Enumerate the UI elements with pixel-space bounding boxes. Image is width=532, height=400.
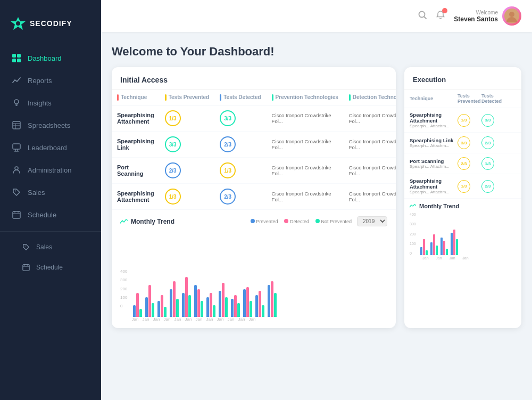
x-label: Jan bbox=[195, 317, 203, 322]
exec-table-header: Technique Tests Prevented Tests Detected bbox=[404, 89, 521, 108]
sidebar-sub-sales-label: Sales bbox=[36, 243, 52, 251]
user-info: Welcome Steven Santos bbox=[454, 10, 498, 23]
chart-legend: Prevented Detected Not Prevented bbox=[251, 219, 352, 224]
main-content: Welcome Steven Santos Welcome to Your Da… bbox=[101, 0, 532, 400]
execution-table: Technique Tests Prevented Tests Detected… bbox=[404, 89, 521, 199]
sidebar-label-spreadsheets: Spreadsheets bbox=[28, 121, 70, 129]
sidebar-label-administration: Administration bbox=[28, 166, 71, 174]
x-label: Jan bbox=[142, 317, 150, 322]
bar-group bbox=[255, 291, 264, 317]
sidebar-sub-sales[interactable]: Sales bbox=[0, 237, 101, 257]
x-label: Jan bbox=[227, 317, 235, 322]
dashboard-content: Welcome to Your Dashboard! Initial Acces… bbox=[101, 32, 532, 400]
monitor-icon bbox=[12, 143, 21, 152]
col-prevented: Tests Prevented bbox=[160, 90, 215, 105]
user-profile[interactable]: Welcome Steven Santos bbox=[454, 6, 521, 26]
notification-bell[interactable] bbox=[436, 10, 445, 22]
svg-point-29 bbox=[509, 12, 514, 17]
execution-title: Execution bbox=[404, 67, 521, 89]
dashboard-title: Welcome to Your Dashboard! bbox=[112, 45, 521, 59]
col-det-tech: Detection Technologies bbox=[344, 90, 396, 105]
table-row: Spearphising Link 3/3 2/3 Cisco Ironport… bbox=[112, 132, 396, 158]
welcome-text: Welcome bbox=[454, 10, 498, 15]
col-technique: Technique bbox=[112, 90, 160, 105]
user-icon bbox=[12, 165, 21, 175]
x-label: Jan bbox=[173, 317, 182, 322]
bar-group bbox=[231, 295, 240, 317]
sidebar-item-dashboard[interactable]: Dashboard bbox=[0, 47, 101, 69]
sidebar-sub-schedule[interactable]: Schedule bbox=[0, 257, 101, 277]
x-label: Jan bbox=[131, 317, 139, 322]
tag-icon bbox=[12, 187, 21, 197]
chart-area: 4003002001000 JanJanJanJanJanJanJanJanJa… bbox=[120, 231, 387, 322]
monthly-trend-chart: Monthly Trend Prevented Detected Not Pre… bbox=[112, 210, 396, 328]
logo: SECODIFY bbox=[0, 11, 101, 47]
sidebar-label-dashboard: Dashboard bbox=[28, 54, 62, 62]
svg-rect-3 bbox=[17, 54, 21, 58]
svg-line-27 bbox=[425, 17, 427, 19]
search-icon[interactable] bbox=[418, 10, 427, 22]
exec-table-row: Spearphising Attachment Spearph... Attac… bbox=[404, 108, 521, 133]
x-label: Jan bbox=[152, 317, 161, 322]
sidebar-item-sales[interactable]: Sales bbox=[0, 181, 101, 203]
notification-badge bbox=[442, 8, 447, 13]
svg-point-15 bbox=[15, 167, 18, 170]
table-row: Spearphising Attachment 1/3 3/3 Cisco Ir… bbox=[112, 105, 396, 132]
exec-table-row: Spearphising Link Spearph... Attachm... … bbox=[404, 133, 521, 153]
bar-group bbox=[268, 281, 277, 317]
cards-row: Initial Access Technique Tests Prevented… bbox=[112, 67, 521, 328]
user-avatar bbox=[502, 6, 521, 26]
bar-group bbox=[145, 285, 154, 317]
exec-table-row: Spearphising Attachment Spearph... Attac… bbox=[404, 174, 521, 199]
svg-rect-11 bbox=[13, 144, 20, 149]
sidebar-item-insights[interactable]: Insights bbox=[0, 92, 101, 114]
sidebar-item-administration[interactable]: Administration bbox=[0, 159, 101, 181]
svg-rect-22 bbox=[23, 265, 29, 271]
tag-sub-icon bbox=[21, 242, 31, 252]
bar-group bbox=[194, 285, 203, 317]
sec-bar-group bbox=[420, 239, 428, 255]
svg-point-1 bbox=[16, 21, 20, 26]
x-label: Jan bbox=[184, 317, 193, 322]
initial-access-card: Initial Access Technique Tests Prevented… bbox=[112, 67, 396, 328]
svg-point-6 bbox=[14, 100, 19, 104]
year-select[interactable]: 2019 2020 2021 bbox=[357, 216, 387, 226]
x-label: Jan bbox=[205, 317, 214, 322]
calendar-sub-icon bbox=[21, 263, 31, 272]
chart-title: Monthly Trend bbox=[120, 218, 174, 225]
bar-group bbox=[219, 283, 228, 317]
x-label: Jan bbox=[216, 317, 225, 322]
initial-access-title: Initial Access bbox=[112, 67, 396, 90]
bar-group bbox=[170, 281, 179, 317]
x-label: Jan bbox=[163, 317, 171, 322]
sidebar-item-leaderboard[interactable]: Leaderboard bbox=[0, 136, 101, 159]
user-name: Steven Santos bbox=[454, 15, 498, 23]
sidebar-label-leaderboard: Leaderboard bbox=[28, 144, 67, 152]
sidebar-item-spreadsheets[interactable]: Spreadsheets bbox=[0, 114, 101, 136]
svg-rect-7 bbox=[13, 121, 20, 129]
svg-rect-17 bbox=[13, 211, 20, 218]
sec-x-label: Jan bbox=[447, 256, 458, 260]
table-icon bbox=[12, 120, 21, 130]
bar-group bbox=[206, 293, 215, 317]
sidebar-label-schedule: Schedule bbox=[28, 211, 56, 219]
col-prev-tech: Prevention Technologies bbox=[267, 90, 344, 105]
bar-group bbox=[182, 277, 191, 317]
header: Welcome Steven Santos bbox=[101, 0, 532, 32]
bar-group bbox=[243, 287, 252, 317]
grid-icon bbox=[12, 53, 21, 63]
initial-access-table: Technique Tests Prevented Tests Detected… bbox=[112, 90, 396, 210]
sidebar-item-schedule[interactable]: Schedule bbox=[0, 203, 101, 226]
bar-group bbox=[157, 295, 167, 317]
lightbulb-icon bbox=[12, 98, 21, 108]
exec-chart: Monthly Trend 4003002001000 JanJanJanJan bbox=[404, 199, 521, 328]
exec-chart-title: Monthly Trend bbox=[410, 203, 516, 209]
svg-rect-4 bbox=[12, 59, 16, 62]
nav-divider bbox=[0, 231, 101, 232]
sec-x-label: Jan bbox=[460, 256, 471, 260]
table-row: Port Scanning 2/3 1/3 Cisco Ironport Cro… bbox=[112, 158, 396, 184]
col-detected: Tests Detected bbox=[214, 90, 266, 105]
svg-point-16 bbox=[15, 191, 16, 192]
sidebar-item-reports[interactable]: Reports bbox=[0, 69, 101, 92]
chart-y-labels: 4003002001000 bbox=[120, 269, 127, 308]
